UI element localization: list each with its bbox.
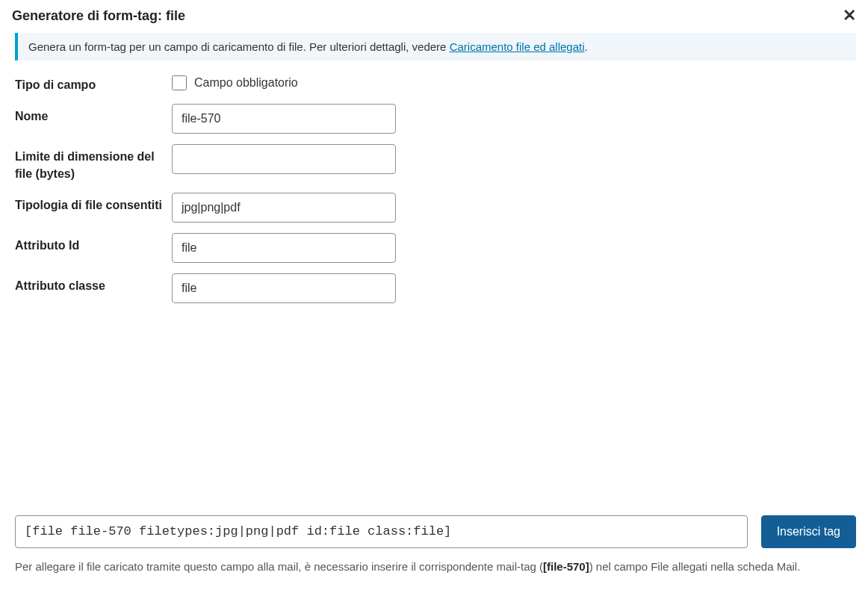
row-file-limit: Limite di dimensione del file (bytes) — [15, 144, 856, 182]
row-field-type: Tipo di campo Campo obbligatorio — [15, 72, 856, 93]
label-field-type: Tipo di campo — [15, 72, 172, 93]
name-input[interactable] — [172, 104, 396, 134]
footer: Inserisci tag Per allegare il file caric… — [0, 515, 868, 591]
required-checkbox[interactable] — [172, 75, 187, 90]
row-id-attr: Attributo Id — [15, 233, 856, 263]
insert-tag-button[interactable]: Inserisci tag — [761, 515, 856, 548]
required-checkbox-wrap: Campo obbligatorio — [172, 72, 298, 90]
modal-header: Generatore di form-tag: file ✕ — [0, 0, 868, 30]
row-name: Nome — [15, 104, 856, 134]
label-name: Nome — [15, 104, 172, 125]
filetypes-input[interactable] — [172, 193, 396, 223]
close-icon[interactable]: ✕ — [843, 7, 856, 24]
row-class-attr: Attributo classe — [15, 273, 856, 303]
form-body: Tipo di campo Campo obbligatorio Nome Li… — [0, 69, 868, 303]
footer-note-suffix: ) nel campo File allegati nella scheda M… — [589, 560, 801, 573]
modal-title: Generatore di form-tag: file — [12, 8, 185, 24]
info-banner: Genera un form-tag per un campo di caric… — [15, 33, 856, 60]
footer-note-mailtag: [file-570] — [543, 560, 589, 573]
info-text-suffix: . — [585, 40, 588, 53]
id-attr-input[interactable] — [172, 233, 396, 263]
label-file-limit: Limite di dimensione del file (bytes) — [15, 144, 172, 182]
label-id-attr: Attributo Id — [15, 233, 172, 254]
label-filetypes: Tipologia di file consentiti — [15, 193, 172, 214]
generated-tag-output[interactable] — [15, 515, 748, 548]
footer-note: Per allegare il file caricato tramite qu… — [15, 559, 856, 576]
info-text-prefix: Genera un form-tag per un campo di caric… — [28, 40, 450, 53]
footer-note-prefix: Per allegare il file caricato tramite qu… — [15, 560, 543, 573]
label-class-attr: Attributo classe — [15, 273, 172, 294]
class-attr-input[interactable] — [172, 273, 396, 303]
required-checkbox-label[interactable]: Campo obbligatorio — [194, 76, 298, 90]
info-link[interactable]: Caricamento file ed allegati — [450, 40, 585, 53]
tag-row: Inserisci tag — [15, 515, 856, 548]
row-filetypes: Tipologia di file consentiti — [15, 193, 856, 223]
file-limit-input[interactable] — [172, 144, 396, 174]
